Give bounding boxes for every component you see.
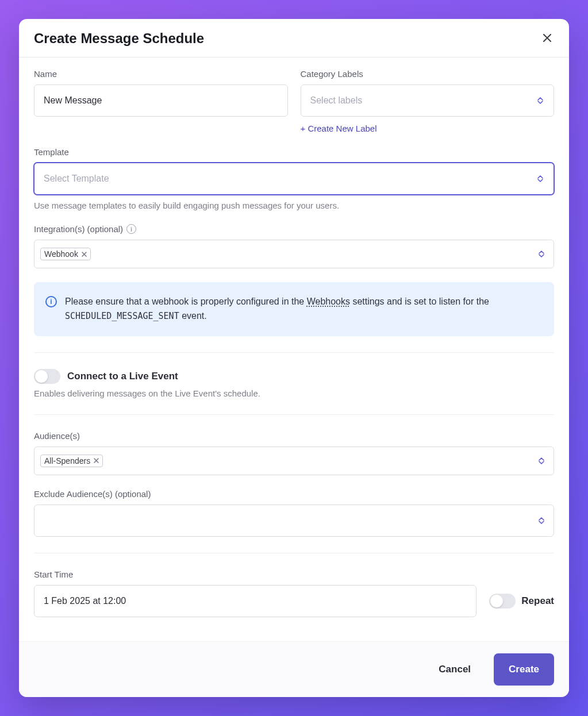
audience-chip: All-Spenders	[40, 455, 103, 467]
template-help: Use message templates to easily build en…	[34, 201, 554, 210]
info-icon: i	[45, 296, 57, 307]
close-icon	[543, 33, 551, 45]
event-code: SCHEDULED_MESSAGE_SENT	[65, 311, 179, 321]
live-event-help: Enables delivering messages on the Live …	[34, 388, 554, 398]
category-labels-select[interactable]: Select labels	[301, 84, 555, 117]
category-labels-label: Category Labels	[301, 69, 555, 79]
modal-footer: Cancel Create	[19, 641, 569, 697]
divider	[34, 352, 554, 353]
integrations-select[interactable]: Webhook	[34, 240, 554, 268]
create-message-schedule-modal: Create Message Schedule Name New Message…	[19, 19, 569, 697]
chip-remove-icon[interactable]	[82, 252, 87, 257]
alert-text: Please ensure that a webhook is properly…	[65, 295, 543, 324]
divider	[34, 553, 554, 553]
divider	[34, 414, 554, 415]
modal-header: Create Message Schedule	[19, 19, 569, 57]
start-time-input[interactable]: 1 Feb 2025 at 12:00	[34, 585, 476, 617]
audiences-label: Audience(s)	[34, 431, 554, 441]
connect-live-event-toggle[interactable]	[34, 369, 60, 384]
chevron-updown-icon	[537, 456, 545, 466]
audience-chip-label: All-Spenders	[44, 456, 90, 465]
audiences-select[interactable]: All-Spenders	[34, 446, 554, 475]
category-labels-placeholder: Select labels	[310, 95, 363, 106]
create-new-label-link[interactable]: + Create New Label	[301, 124, 555, 133]
template-placeholder: Select Template	[44, 174, 109, 184]
chevron-updown-icon	[536, 95, 544, 106]
start-time-value: 1 Feb 2025 at 12:00	[44, 596, 126, 606]
chip-remove-icon[interactable]	[94, 458, 99, 463]
info-icon[interactable]: i	[126, 224, 136, 234]
integration-chip: Webhook	[40, 248, 91, 260]
name-value: New Message	[44, 95, 102, 106]
webhooks-settings-link[interactable]: Webhooks	[307, 297, 350, 306]
chevron-updown-icon	[536, 174, 544, 184]
template-label: Template	[34, 147, 554, 157]
integrations-label: Integration(s) (optional)	[34, 224, 123, 234]
template-select[interactable]: Select Template	[34, 163, 554, 195]
repeat-toggle[interactable]	[489, 594, 516, 609]
webhook-alert: i Please ensure that a webhook is proper…	[34, 282, 554, 336]
chevron-updown-icon	[537, 249, 545, 259]
name-input[interactable]: New Message	[34, 84, 288, 117]
cancel-button[interactable]: Cancel	[424, 653, 486, 686]
exclude-audiences-label: Exclude Audience(s) (optional)	[34, 489, 554, 499]
modal-title: Create Message Schedule	[34, 30, 204, 47]
exclude-audiences-select[interactable]	[34, 505, 554, 537]
modal-body: Name New Message Category Labels Select …	[19, 57, 569, 641]
repeat-label: Repeat	[521, 595, 554, 607]
chevron-updown-icon	[537, 515, 545, 526]
connect-live-event-label: Connect to a Live Event	[67, 371, 178, 382]
create-button[interactable]: Create	[494, 653, 554, 686]
start-time-label: Start Time	[34, 569, 554, 579]
integration-chip-label: Webhook	[44, 249, 78, 259]
name-label: Name	[34, 69, 288, 79]
close-button[interactable]	[540, 32, 554, 45]
